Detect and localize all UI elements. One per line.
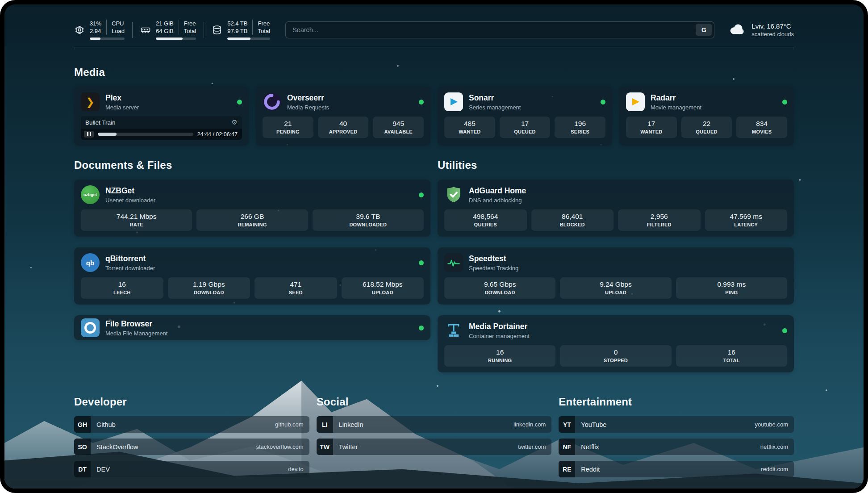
status-online-dot xyxy=(419,100,424,104)
stat-remaining: 266 GB REMAINING xyxy=(196,209,308,231)
speedtest-card[interactable]: Speedtest Speedtest Tracking 9.65 Gbps D… xyxy=(438,247,794,305)
linkedin-icon: LI xyxy=(317,416,333,433)
app-title: qBittorrent xyxy=(105,254,155,263)
disk-label: Free xyxy=(258,20,270,27)
stat-upload: 618.52 Mbps UPLOAD xyxy=(342,277,424,299)
portainer-card[interactable]: Media Portainer Container management 16 … xyxy=(438,315,794,372)
cpu-label-2: Load xyxy=(112,27,125,35)
entertainment-section: Entertainment YT YouTube youtube.com NF … xyxy=(559,396,794,477)
cpu-load-value: 2.94 xyxy=(90,27,101,35)
app-subtitle: Media Requests xyxy=(287,104,329,111)
stat-wanted: 485 WANTED xyxy=(444,117,495,138)
developer-section: Developer GH Github github.com SO StackO… xyxy=(74,396,309,477)
cpu-widget: 31% 2.94 CPU Load xyxy=(74,20,125,40)
playback-progress-bar[interactable] xyxy=(98,133,193,136)
dashboard-screen: 31% 2.94 CPU Load xyxy=(4,4,864,489)
cpu-progress-bar xyxy=(90,38,125,40)
overseerr-icon xyxy=(263,92,281,111)
divider xyxy=(204,22,204,38)
status-online-dot xyxy=(419,326,424,330)
disk-label-2: Total xyxy=(258,27,270,35)
memory-free-value: 21 GiB xyxy=(156,20,174,27)
social-heading: Social xyxy=(317,396,552,408)
stat-series: 196 SERIES xyxy=(555,117,605,138)
sonarr-icon xyxy=(444,92,463,111)
topbar: 31% 2.94 CPU Load xyxy=(74,20,794,40)
plex-card[interactable]: ❯ Plex Media server Bullet Train ⚙ xyxy=(74,87,249,146)
status-online-dot xyxy=(237,100,242,104)
app-subtitle: Torrent downloader xyxy=(105,265,155,272)
qbittorrent-icon: qb xyxy=(81,253,100,272)
radarr-card[interactable]: Radarr Movie management 17 WANTED 22 QUE… xyxy=(619,87,794,146)
filebrowser-icon xyxy=(81,318,100,337)
reddit-icon: RE xyxy=(559,461,575,477)
app-subtitle: Media File Management xyxy=(105,330,167,337)
bookmark-dev[interactable]: DT DEV dev.to xyxy=(74,461,309,477)
app-subtitle: DNS and adblocking xyxy=(469,197,526,204)
bookmark-github[interactable]: GH Github github.com xyxy=(74,416,309,433)
app-title: File Browser xyxy=(105,319,167,329)
cloud-icon xyxy=(730,23,746,37)
disk-icon xyxy=(212,25,222,35)
settings-gear-icon[interactable]: ⚙ xyxy=(232,118,238,126)
stat-rate: 744.21 Mbps RATE xyxy=(81,209,192,231)
bookmark-reddit[interactable]: RE Reddit reddit.com xyxy=(559,461,794,477)
stat-wanted: 17 WANTED xyxy=(626,117,677,138)
now-playing-title: Bullet Train xyxy=(85,119,116,126)
playback-time: 24:44 / 02:06:47 xyxy=(197,131,238,138)
adguard-card[interactable]: AdGuard Home DNS and adblocking 498,564 … xyxy=(438,180,794,237)
stat-seed: 471 SEED xyxy=(255,277,337,299)
pause-button[interactable] xyxy=(84,131,94,138)
stat-running: 16 RUNNING xyxy=(444,345,555,367)
app-title: Radarr xyxy=(651,93,701,103)
app-subtitle: Usenet downloader xyxy=(105,197,155,204)
app-title: Plex xyxy=(105,93,139,103)
search-input[interactable] xyxy=(292,26,696,34)
qbittorrent-card[interactable]: qb qBittorrent Torrent downloader 16 LEE… xyxy=(74,247,430,305)
nzbget-card[interactable]: nzbget NZBGet Usenet downloader 744.21 M… xyxy=(74,180,430,237)
stat-download: 1.19 Gbps DOWNLOAD xyxy=(168,277,250,299)
portainer-icon xyxy=(444,321,463,340)
memory-total-value: 64 GiB xyxy=(156,27,174,35)
search-engine-button[interactable]: G xyxy=(696,24,712,36)
weather-widget[interactable]: Lviv, 16.87°C scattered clouds xyxy=(730,22,794,38)
sonarr-card[interactable]: Sonarr Series management 485 WANTED 17 Q… xyxy=(438,87,612,146)
social-section: Social LI LinkedIn linkedin.com TW Twitt… xyxy=(317,396,552,477)
app-subtitle: Series management xyxy=(469,104,521,111)
disk-free-value: 52.4 TB xyxy=(227,20,247,27)
memory-progress-bar xyxy=(156,38,196,40)
netflix-icon: NF xyxy=(559,439,575,455)
status-online-dot xyxy=(601,100,605,104)
status-online-dot xyxy=(782,100,787,104)
memory-label-2: Total xyxy=(184,27,196,35)
stat-total: 16 TOTAL xyxy=(676,345,787,367)
search-bar[interactable]: G xyxy=(285,21,714,38)
stat-queued: 17 QUEUED xyxy=(500,117,551,138)
weather-condition: scattered clouds xyxy=(751,31,794,38)
utilities-heading: Utilities xyxy=(438,159,794,171)
overseerr-card[interactable]: Overseerr Media Requests 21 PENDING 40 A… xyxy=(256,87,430,146)
bookmark-youtube[interactable]: YT YouTube youtube.com xyxy=(559,416,794,433)
stat-leech: 16 LEECH xyxy=(81,277,163,299)
bookmark-linkedin[interactable]: LI LinkedIn linkedin.com xyxy=(317,416,552,433)
bookmark-twitter[interactable]: TW Twitter twitter.com xyxy=(317,439,552,455)
entertainment-heading: Entertainment xyxy=(559,396,794,408)
cpu-label: CPU xyxy=(112,20,125,27)
cpu-icon xyxy=(74,25,85,35)
disk-total-value: 97.9 TB xyxy=(227,27,247,35)
header-divider xyxy=(74,47,794,47)
media-section: Media ❯ Plex Media server Bullet Train ⚙ xyxy=(74,66,794,146)
stackoverflow-icon: SO xyxy=(74,439,91,455)
github-icon: GH xyxy=(74,416,91,433)
bookmark-stackoverflow[interactable]: SO StackOverflow stackoverflow.com xyxy=(74,439,309,455)
filebrowser-card[interactable]: File Browser Media File Management xyxy=(74,315,430,340)
adguard-icon xyxy=(444,185,463,204)
app-title: NZBGet xyxy=(105,186,155,196)
speedtest-icon xyxy=(444,253,463,272)
bookmark-netflix[interactable]: NF Netflix netflix.com xyxy=(559,439,794,455)
stat-latency: 47.569 ms LATENCY xyxy=(705,209,788,231)
developer-heading: Developer xyxy=(74,396,309,408)
ram-icon xyxy=(140,25,151,35)
stat-upload: 9.24 Gbps UPLOAD xyxy=(560,277,671,299)
stat-downloaded: 39.6 TB DOWNLOADED xyxy=(313,209,424,231)
